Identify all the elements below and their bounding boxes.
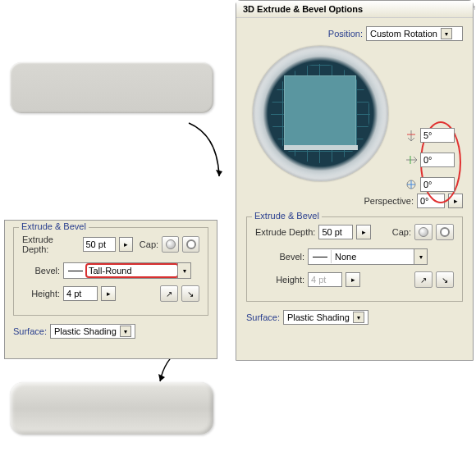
bevel-out-button[interactable]: ↘ xyxy=(181,285,199,302)
axis-x-icon xyxy=(405,130,417,141)
surface-combo[interactable]: Plastic Shading ▾ xyxy=(283,310,368,325)
surface-label: Surface: xyxy=(246,312,280,322)
bevel-out-button[interactable]: ↘ xyxy=(436,271,454,288)
position-label: Position: xyxy=(328,29,363,39)
height-stepper: ▸ xyxy=(346,272,360,287)
cap-on-button[interactable] xyxy=(414,224,433,240)
bevel-value: Tall-Round xyxy=(85,263,179,278)
depth-label: Extrude Depth: xyxy=(22,235,80,254)
cap-on-button[interactable] xyxy=(162,236,179,253)
chevron-down-icon[interactable]: ▾ xyxy=(441,28,452,39)
bevel-value: None xyxy=(332,252,414,262)
position-row: Position: Custom Rotation ▾ xyxy=(246,26,463,41)
perspective-input[interactable]: 0° xyxy=(417,194,445,208)
depth-stepper[interactable]: ▸ xyxy=(356,225,371,239)
perspective-label: Perspective: xyxy=(364,196,414,206)
cap-hollow-icon xyxy=(440,227,450,237)
surface-value: Plastic Shading xyxy=(287,312,350,322)
depth-input[interactable]: 50 pt xyxy=(318,225,353,239)
chevron-down-icon[interactable]: ▾ xyxy=(177,263,190,278)
bevel-label: Bevel: xyxy=(255,252,304,262)
surface-value: Plastic Shading xyxy=(54,326,117,336)
axis-y-icon xyxy=(405,154,417,166)
chevron-down-icon[interactable]: ▾ xyxy=(353,312,364,323)
bevel-combo[interactable]: None ▾ xyxy=(308,248,428,265)
cap-off-button[interactable] xyxy=(436,224,454,240)
cap-solid-icon xyxy=(419,227,428,237)
flat-button-sample xyxy=(10,62,213,113)
bevel-in-button[interactable]: ↗ xyxy=(160,285,178,302)
bevel-in-button[interactable]: ↗ xyxy=(414,271,433,288)
extrude-bevel-group: Extrude & Bevel Extrude Depth: 50 pt ▸ C… xyxy=(246,216,463,302)
position-value: Custom Rotation xyxy=(370,29,437,39)
cap-label: Cap: xyxy=(140,239,158,249)
cap-hollow-icon xyxy=(186,239,196,249)
axis-z-input[interactable]: 0° xyxy=(420,177,455,192)
depth-stepper[interactable]: ▸ xyxy=(119,237,133,252)
bevel-shape-icon xyxy=(309,250,332,263)
height-input[interactable]: 4 pt xyxy=(63,286,98,301)
bevel-button-sample xyxy=(10,382,213,435)
dialog-title: 3D Extrude & Bevel Options xyxy=(236,1,473,18)
bevel-combo[interactable]: Tall-Round ▾ xyxy=(63,262,191,279)
cap-label: Cap: xyxy=(392,227,411,237)
height-label: Height: xyxy=(22,289,60,298)
depth-input[interactable]: 50 pt xyxy=(83,237,116,252)
surface-label: Surface: xyxy=(13,326,47,336)
extrude-legend: Extrude & Bevel xyxy=(19,221,89,231)
cap-solid-icon xyxy=(166,239,176,249)
chevron-down-icon[interactable]: ▾ xyxy=(120,326,131,337)
axis-x-input[interactable]: 5° xyxy=(420,128,455,143)
preview-cube xyxy=(284,75,356,146)
extrude-bevel-group: Extrude & Bevel Extrude Depth: 50 pt ▸ C… xyxy=(13,227,208,316)
axis-z-icon xyxy=(405,179,417,190)
bevel-shape-icon xyxy=(64,264,87,277)
cap-off-button[interactable] xyxy=(182,236,199,253)
depth-label: Extrude Depth: xyxy=(255,227,315,237)
perspective-stepper[interactable]: ▸ xyxy=(448,194,463,208)
chevron-down-icon[interactable]: ▾ xyxy=(414,249,427,264)
arrow-icon xyxy=(185,119,234,201)
extrude-bevel-settings-panel: Extrude & Bevel Extrude Depth: 50 pt ▸ C… xyxy=(4,220,217,359)
bevel-label: Bevel: xyxy=(22,266,60,276)
height-input: 4 pt xyxy=(308,272,342,287)
axis-y-input[interactable]: 0° xyxy=(420,153,455,167)
extrude-bevel-dialog: 3D Extrude & Bevel Options Position: Cus… xyxy=(236,0,474,361)
height-label: Height: xyxy=(255,275,304,285)
position-combo[interactable]: Custom Rotation ▾ xyxy=(366,26,463,41)
extrude-legend: Extrude & Bevel xyxy=(252,211,322,221)
surface-combo[interactable]: Plastic Shading ▾ xyxy=(50,324,135,339)
rotation-preview[interactable] xyxy=(253,46,388,181)
height-stepper[interactable]: ▸ xyxy=(101,286,116,301)
